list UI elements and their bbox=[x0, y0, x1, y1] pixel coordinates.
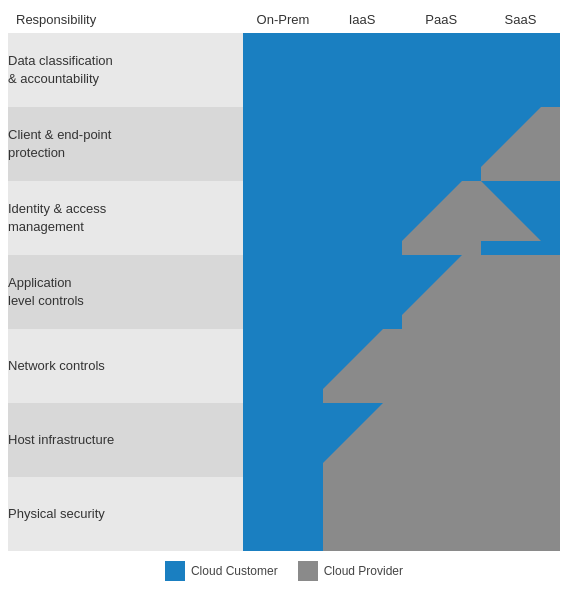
onprem-cell bbox=[243, 181, 322, 255]
table-container: Responsibility On-Prem IaaS PaaS SaaS Da… bbox=[0, 0, 568, 593]
provider-legend: Cloud Provider bbox=[298, 561, 403, 581]
iaas-cell bbox=[323, 107, 402, 181]
customer-legend: Cloud Customer bbox=[165, 561, 278, 581]
header-row: Responsibility On-Prem IaaS PaaS SaaS bbox=[8, 8, 560, 33]
table-row: Host infrastructure bbox=[8, 403, 560, 477]
customer-legend-label: Cloud Customer bbox=[191, 564, 278, 578]
iaas-header: IaaS bbox=[323, 8, 402, 33]
onprem-cell bbox=[243, 255, 322, 329]
iaas-cell bbox=[323, 329, 402, 403]
paas-cell bbox=[402, 477, 481, 551]
onprem-cell bbox=[243, 107, 322, 181]
paas-cell bbox=[402, 403, 481, 477]
onprem-cell bbox=[243, 403, 322, 477]
saas-cell bbox=[481, 329, 560, 403]
iaas-cell bbox=[323, 33, 402, 107]
iaas-cell bbox=[323, 181, 402, 255]
onprem-header: On-Prem bbox=[243, 8, 322, 33]
paas-cell bbox=[402, 107, 481, 181]
paas-cell bbox=[402, 329, 481, 403]
onprem-cell bbox=[243, 477, 322, 551]
saas-header: SaaS bbox=[481, 8, 560, 33]
responsibility-cell: Application level controls bbox=[8, 255, 243, 329]
iaas-cell bbox=[323, 477, 402, 551]
responsibility-cell: Data classification & accountability bbox=[8, 33, 243, 107]
table-row: Data classification & accountability bbox=[8, 33, 560, 107]
iaas-cell bbox=[323, 403, 402, 477]
iaas-cell bbox=[323, 255, 402, 329]
responsibility-cell: Identity & access management bbox=[8, 181, 243, 255]
onprem-cell bbox=[243, 33, 322, 107]
saas-cell bbox=[481, 33, 560, 107]
onprem-cell bbox=[243, 329, 322, 403]
responsibility-cell: Network controls bbox=[8, 329, 243, 403]
saas-cell bbox=[481, 181, 560, 255]
table-row: Identity & access management bbox=[8, 181, 560, 255]
responsibility-cell: Physical security bbox=[8, 477, 243, 551]
table-row: Client & end-point protection bbox=[8, 107, 560, 181]
paas-cell bbox=[402, 33, 481, 107]
legend: Cloud Customer Cloud Provider bbox=[8, 561, 560, 581]
responsibility-header: Responsibility bbox=[8, 8, 243, 33]
table-row: Application level controls bbox=[8, 255, 560, 329]
saas-cell bbox=[481, 255, 560, 329]
table-row: Network controls bbox=[8, 329, 560, 403]
paas-cell bbox=[402, 181, 481, 255]
responsibility-cell: Client & end-point protection bbox=[8, 107, 243, 181]
saas-cell bbox=[481, 107, 560, 181]
responsibility-table: Responsibility On-Prem IaaS PaaS SaaS Da… bbox=[8, 8, 560, 551]
provider-legend-label: Cloud Provider bbox=[324, 564, 403, 578]
paas-header: PaaS bbox=[402, 8, 481, 33]
responsibility-cell: Host infrastructure bbox=[8, 403, 243, 477]
table-row: Physical security bbox=[8, 477, 560, 551]
saas-cell bbox=[481, 477, 560, 551]
provider-color-box bbox=[298, 561, 318, 581]
saas-cell bbox=[481, 403, 560, 477]
paas-cell bbox=[402, 255, 481, 329]
customer-color-box bbox=[165, 561, 185, 581]
